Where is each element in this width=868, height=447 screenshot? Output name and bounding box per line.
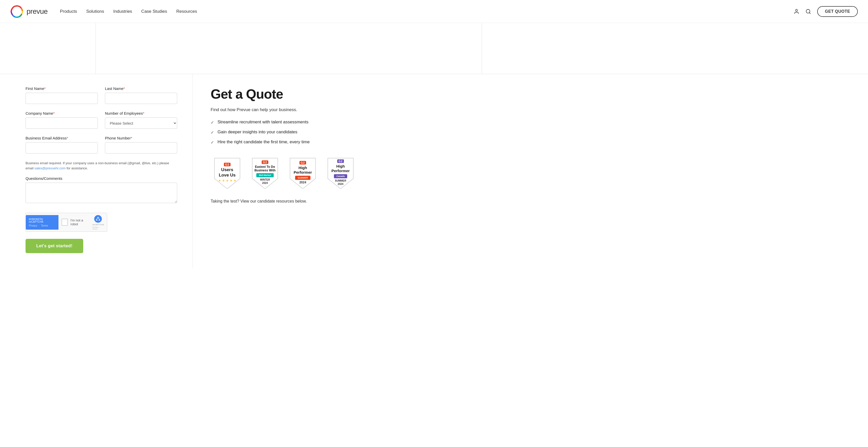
svg-line-3 [809, 12, 811, 13]
first-name-group: First Name* [26, 86, 98, 104]
hero-area [0, 23, 868, 74]
company-name-group: Company Name* [26, 111, 98, 129]
nav-solutions[interactable]: Solutions [86, 9, 104, 14]
recaptcha-blue-box: protected by reCAPTCHA Privacy · Terms [26, 215, 59, 230]
badge-year-3: 2024 [293, 181, 312, 184]
email-required: * [67, 136, 68, 140]
business-email-input[interactable] [26, 142, 98, 153]
main-content: First Name* Last Name* Company Name* [0, 74, 868, 268]
badge-shield-3: G2 HighPerformer SUMMER 2024 [287, 155, 318, 189]
company-required: * [53, 111, 55, 115]
badge-g2-label-4: G2 [337, 159, 344, 163]
last-name-input[interactable] [105, 93, 177, 104]
business-email-group: Business Email Address* [26, 136, 98, 153]
badge-shield-1: G2 UsersLove Us ★ ★ ★ ★ ★ [212, 155, 243, 189]
benefit-item-2: ✓ Gain deeper insights into your candida… [211, 129, 850, 135]
logo-text: prevue [27, 7, 48, 16]
last-name-required: * [124, 86, 125, 91]
num-employees-select[interactable]: Please Select 1-10 11-50 51-200 201-500 … [105, 118, 177, 129]
recaptcha-widget[interactable]: protected by reCAPTCHA Privacy · Terms I… [26, 213, 107, 232]
num-employees-label: Number of Employees* [105, 111, 177, 115]
hero-col-mid [96, 23, 482, 74]
nav-products[interactable]: Products [60, 9, 77, 14]
benefit-list: ✓ Streamline recruitment with talent ass… [211, 120, 850, 145]
badge-g2-label-2: G2 [262, 160, 269, 164]
phone-input[interactable] [105, 142, 177, 153]
recaptcha-protected-text: protected by reCAPTCHA [29, 218, 55, 223]
badge-sub-bar-3: SUMMER [295, 176, 310, 180]
badge-content-2: G2 Easiest To DoBusiness With Mid-Market… [252, 160, 278, 185]
badge-main-text-1: UsersLove Us [218, 167, 237, 178]
phone-group: Phone Number* [105, 136, 177, 153]
nav-case-studies[interactable]: Case Studies [141, 9, 167, 14]
badge-main-text-4: HighPerformer [331, 164, 350, 173]
nav-right: GET QUOTE [794, 6, 858, 17]
company-name-label: Company Name* [26, 111, 98, 115]
logo-icon [10, 5, 24, 18]
check-icon-3: ✓ [211, 140, 214, 145]
nav-industries[interactable]: Industries [113, 9, 132, 14]
recaptcha-checkbox[interactable] [62, 219, 68, 226]
badge-shield-2: G2 Easiest To DoBusiness With Mid-Market… [250, 155, 280, 189]
badge-content-3: G2 HighPerformer SUMMER 2024 [291, 160, 314, 184]
first-name-label: First Name* [26, 86, 98, 91]
svg-point-5 [97, 218, 99, 220]
recaptcha-logo-area: reCAPTCHA Privacy - Terms [92, 215, 107, 230]
benefit-item-3: ✓ Hire the right candidate the first tim… [211, 140, 850, 145]
first-name-input[interactable] [26, 93, 98, 104]
badge-year-4: SUMMER2024 [331, 179, 350, 186]
info-side: Get a Quote Find out how Prevue can help… [193, 74, 868, 268]
phone-required: * [131, 136, 132, 140]
recaptcha-privacy-link[interactable]: Privacy [29, 224, 37, 227]
questions-group: Questions/Comments [26, 176, 177, 209]
business-email-label: Business Email Address* [26, 136, 98, 140]
phone-label: Phone Number* [105, 136, 177, 140]
employees-required: * [143, 111, 144, 115]
company-name-input[interactable] [26, 118, 98, 129]
check-icon-2: ✓ [211, 130, 214, 135]
logo-link[interactable]: prevue [10, 5, 48, 18]
badge-main-text-3: HighPerformer [293, 166, 312, 175]
form-side: First Name* Last Name* Company Name* [0, 74, 193, 268]
badge-content-1: G2 UsersLove Us ★ ★ ★ ★ ★ [216, 162, 239, 182]
quote-subtitle: Find out how Prevue can help your busine… [211, 107, 850, 112]
recaptcha-links: Privacy · Terms [29, 224, 55, 227]
badge-content-4: G2 HighPerformer Canada SUMMER2024 [329, 159, 352, 186]
last-name-group: Last Name* [105, 86, 177, 104]
num-employees-group: Number of Employees* Please Select 1-10 … [105, 111, 177, 129]
submit-button[interactable]: Let's get started! [26, 239, 83, 253]
last-name-label: Last Name* [105, 86, 177, 91]
svg-point-1 [796, 9, 798, 11]
recaptcha-label: I'm not a robot [70, 218, 89, 226]
benefit-item-1: ✓ Streamline recruitment with talent ass… [211, 120, 850, 125]
questions-textarea[interactable] [26, 183, 177, 203]
search-icon [805, 9, 811, 14]
badge-year-2: WINTER2024 [254, 178, 276, 185]
search-icon-button[interactable] [805, 9, 811, 14]
nav-resources[interactable]: Resources [176, 9, 197, 14]
candidate-note: Taking the test? View our candidate reso… [211, 199, 850, 204]
badge-high-performer-canada: G2 HighPerformer Canada SUMMER2024 [324, 155, 357, 189]
badge-easiest: G2 Easiest To DoBusiness With Mid-Market… [248, 155, 282, 189]
recaptcha-right: I'm not a robot [59, 218, 92, 226]
badge-sub-bar-4: Canada [334, 174, 347, 178]
recaptcha-terms-link[interactable]: Terms [41, 224, 48, 227]
quote-title: Get a Quote [211, 86, 850, 102]
badge-sub-bar-2: Mid-Market [256, 173, 274, 177]
badges-row: G2 UsersLove Us ★ ★ ★ ★ ★ [211, 155, 850, 189]
check-icon-1: ✓ [211, 120, 214, 125]
badge-users-love-us: G2 UsersLove Us ★ ★ ★ ★ ★ [211, 155, 244, 189]
form-row-company: Company Name* Number of Employees* Pleas… [26, 111, 177, 129]
recaptcha-logo [94, 215, 102, 223]
support-email-link[interactable]: sales@prevuehr.com [34, 166, 66, 170]
user-icon-button[interactable] [794, 9, 799, 14]
get-quote-button[interactable]: GET QUOTE [817, 6, 858, 17]
nav-links: Products Solutions Industries Case Studi… [60, 9, 197, 14]
hero-col-right [482, 23, 868, 74]
first-name-required: * [44, 86, 46, 91]
badge-g2-label-1: G2 [224, 163, 231, 166]
form-row-contact: Business Email Address* Phone Number* [26, 136, 177, 153]
form-row-name: First Name* Last Name* [26, 86, 177, 104]
badge-shield-4: G2 HighPerformer Canada SUMMER2024 [325, 155, 356, 189]
badge-high-performer: G2 HighPerformer SUMMER 2024 [286, 155, 319, 189]
